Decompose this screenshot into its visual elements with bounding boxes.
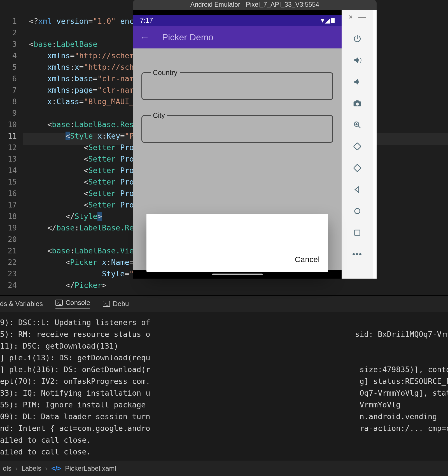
rotate-left-icon[interactable] (351, 140, 363, 153)
emulator-phone-screen: 7:17 ▾ ◢ ← Picker Demo Country City (133, 10, 342, 279)
terminal-icon: >_ (55, 300, 63, 306)
emulator-title-bar[interactable]: Android Emulator - Pixel_7_API_33_V3:555… (133, 0, 377, 10)
country-picker-label: Country (151, 69, 180, 77)
app-bar-title: Picker Demo (162, 32, 213, 43)
breadcrumb: ols › Labels › </> PickerLabel.xaml (0, 461, 448, 476)
android-status-bar: 7:17 ▾ ◢ (133, 15, 342, 26)
emulator-side-toolbar: ✕ — ••• (342, 10, 373, 279)
svg-rect-1 (354, 143, 361, 150)
city-picker[interactable]: City (141, 111, 333, 143)
line-number-gutter: 1 2 3 4 5 6 7 8 9 10 11 12 13 14 15 16 1… (0, 6, 23, 300)
volume-up-icon[interactable] (353, 56, 362, 65)
status-clock: 7:17 (140, 17, 153, 24)
android-overview-icon[interactable] (353, 228, 362, 237)
tab-debug[interactable]: >_Debu (103, 300, 129, 308)
svg-point-3 (355, 209, 360, 214)
city-picker-label: City (151, 111, 167, 120)
terminal-icon: >_ (103, 301, 110, 307)
breadcrumb-item[interactable]: Labels (22, 465, 41, 472)
console-output[interactable]: 9): DSC::L: Updating listeners of 5): RM… (0, 312, 448, 461)
camera-icon[interactable] (353, 99, 362, 108)
wifi-icon: ▾ (321, 17, 324, 24)
signal-icon: ◢ (325, 17, 330, 24)
close-icon[interactable]: ✕ (349, 14, 353, 20)
app-bar: ← Picker Demo (133, 26, 342, 48)
android-home-icon[interactable] (353, 207, 362, 216)
power-icon[interactable] (353, 34, 362, 43)
back-arrow-icon[interactable]: ← (140, 32, 150, 43)
zoom-in-icon[interactable] (353, 120, 362, 129)
tab-console[interactable]: >_Console (55, 299, 90, 309)
rotate-right-icon[interactable] (351, 162, 363, 174)
picker-dialog: Cancel (146, 214, 328, 272)
chevron-right-icon: › (15, 465, 18, 472)
breadcrumb-item[interactable]: ols (3, 465, 11, 472)
tab-variables[interactable]: ds & Variables (0, 300, 43, 308)
chevron-right-icon: › (45, 465, 47, 472)
country-picker[interactable]: Country (141, 69, 333, 100)
svg-rect-2 (354, 164, 361, 172)
android-back-icon[interactable] (353, 185, 362, 194)
battery-icon (331, 18, 335, 23)
more-icon[interactable]: ••• (352, 250, 362, 259)
volume-down-icon[interactable] (353, 77, 362, 86)
android-emulator-window: Android Emulator - Pixel_7_API_33_V3:555… (133, 0, 377, 279)
breadcrumb-file[interactable]: PickerLabel.xaml (65, 465, 116, 472)
svg-rect-4 (355, 230, 360, 235)
minimize-icon[interactable]: — (358, 16, 366, 18)
dialog-cancel-button[interactable]: Cancel (295, 255, 320, 264)
xaml-file-icon: </> (51, 465, 61, 472)
bottom-panel-tabs: ds & Variables >_Console >_Debu (0, 295, 448, 312)
